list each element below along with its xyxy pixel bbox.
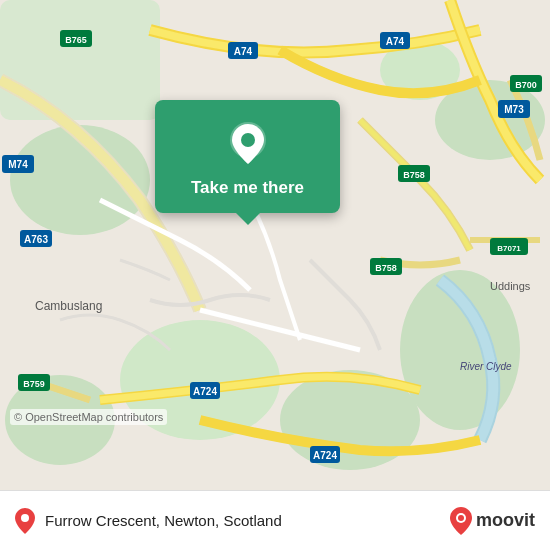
svg-text:M74: M74 — [8, 159, 28, 170]
moovit-logo-icon — [450, 507, 472, 535]
location-pin-icon — [224, 120, 272, 168]
moovit-logo: moovit — [450, 507, 535, 535]
moovit-text: moovit — [476, 510, 535, 531]
svg-point-39 — [241, 133, 255, 147]
copyright-text: © OpenStreetMap contributors — [10, 409, 167, 425]
take-me-there-popup[interactable]: Take me there — [155, 100, 340, 213]
svg-text:Cambuslang: Cambuslang — [35, 299, 102, 313]
popup-label: Take me there — [191, 178, 304, 198]
svg-text:B758: B758 — [375, 263, 397, 273]
svg-point-40 — [21, 514, 29, 522]
svg-text:B758: B758 — [403, 170, 425, 180]
svg-text:B765: B765 — [65, 35, 87, 45]
svg-text:A724: A724 — [193, 386, 217, 397]
svg-text:A724: A724 — [313, 450, 337, 461]
svg-text:A74: A74 — [386, 36, 405, 47]
svg-text:A74: A74 — [234, 46, 253, 57]
svg-text:B759: B759 — [23, 379, 45, 389]
svg-text:B700: B700 — [515, 80, 537, 90]
bottom-bar: Furrow Crescent, Newton, Scotland moovit — [0, 490, 550, 550]
svg-text:River Clyde: River Clyde — [460, 361, 512, 372]
svg-text:M73: M73 — [504, 104, 524, 115]
location-name: Furrow Crescent, Newton, Scotland — [45, 512, 282, 529]
svg-text:A763: A763 — [24, 234, 48, 245]
map-container: M74 A74 A74 M73 B765 B758 B758 B700 B707… — [0, 0, 550, 490]
svg-point-42 — [458, 515, 464, 521]
svg-text:B7071: B7071 — [497, 244, 521, 253]
location-icon — [15, 508, 35, 534]
svg-text:Uddings: Uddings — [490, 280, 531, 292]
svg-rect-8 — [0, 0, 160, 120]
